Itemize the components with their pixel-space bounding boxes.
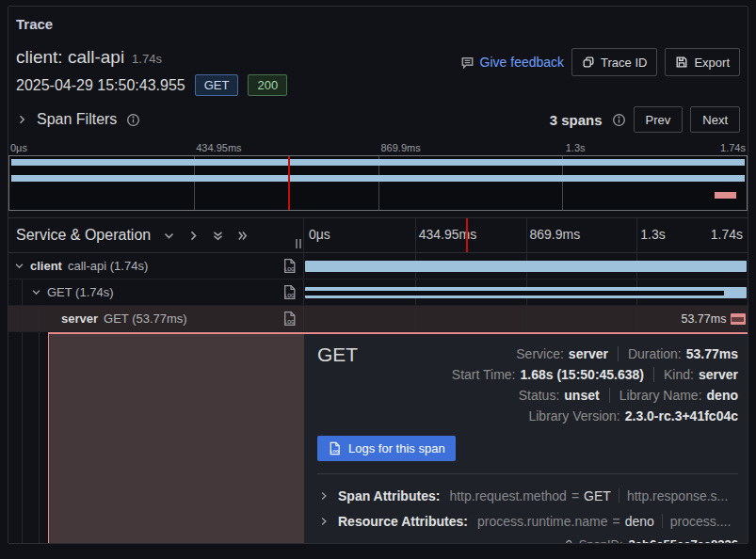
tick-label: 1.3s: [640, 227, 665, 242]
chevron-down-icon[interactable]: [31, 287, 41, 297]
tick-label: 869.9ms: [530, 227, 581, 242]
chevron-right-icon[interactable]: [187, 230, 200, 242]
save-icon: [675, 56, 688, 69]
minimap-span-bar-client: [11, 159, 744, 166]
meta-divider: [653, 367, 654, 382]
timeline-minimap: 0μs 434.95ms 869.9ms 1.3s 1.74s: [8, 139, 748, 217]
prev-span-button[interactable]: Prev: [634, 106, 684, 133]
span-row-get[interactable]: GET (1.74s) LOG: [8, 280, 748, 306]
trace-panel: Trace client: call-api 1.74s 2025-04-29 …: [8, 6, 748, 544]
info-icon[interactable]: [612, 113, 626, 127]
link-icon[interactable]: [560, 538, 573, 544]
svg-text:LOG: LOG: [284, 320, 295, 325]
span-service: client: [30, 259, 62, 273]
svg-text:LOG: LOG: [284, 294, 295, 298]
resource-attributes-toggle[interactable]: Resource Attributes: process.runtime.nam…: [317, 508, 738, 534]
double-chevron-down-icon[interactable]: [212, 230, 224, 242]
chevron-right-icon: [16, 114, 27, 125]
log-icon: LOG: [328, 441, 342, 455]
tick-label: 1.74s: [720, 142, 746, 153]
chevron-right-icon: [319, 514, 329, 529]
span-row-server[interactable]: server GET (53.77ms) LOG 53.77ms: [8, 306, 748, 332]
meta-label: Start Time:: [452, 367, 516, 382]
span-id-footer: SpanID: 2ab6c55cc7cc8236: [317, 537, 738, 543]
trace-header: Trace client: call-api 1.74s 2025-04-29 …: [8, 7, 748, 100]
span-filters-toggle[interactable]: Span Filters: [16, 111, 140, 128]
logs-for-span-button[interactable]: LOG Logs for this span: [317, 436, 456, 461]
meta-label: Kind:: [664, 367, 694, 382]
svg-text:LOG: LOG: [330, 449, 340, 454]
meta-divider: [609, 388, 610, 403]
span-bar-client[interactable]: [305, 261, 746, 272]
span-bar-get[interactable]: [305, 287, 746, 298]
log-icon[interactable]: LOG: [281, 284, 298, 300]
span-row-client[interactable]: client call-api (1.74s) LOG: [8, 253, 748, 280]
meta-value: server: [699, 367, 738, 382]
span-duration-label: 53.77ms: [681, 312, 726, 326]
span-filters-bar: Span Filters 3 spans Prev Next: [8, 100, 748, 139]
span-operation: GET (53.77ms): [104, 311, 187, 326]
tick-label: 0μs: [309, 227, 330, 242]
copy-icon: [582, 56, 595, 69]
selected-span-gutter: [8, 332, 304, 543]
meta-value: deno: [707, 388, 738, 403]
selected-span-highlight: [48, 332, 304, 543]
minimap-span-bar-get: [11, 175, 744, 182]
attr-divider: [662, 514, 663, 528]
next-span-button[interactable]: Next: [690, 106, 740, 133]
column-divider: [526, 306, 527, 331]
indent-guide: [39, 306, 40, 331]
meta-value: 2.3.0-rc.3+41fc04c: [625, 408, 738, 423]
span-filters-title: Span Filters: [37, 111, 117, 128]
span-bar-server[interactable]: [731, 313, 746, 325]
meta-label: Library Name:: [619, 388, 702, 403]
panel-title: Trace: [16, 16, 740, 32]
meta-divider: [618, 346, 619, 361]
trace-duration: 1.74s: [132, 52, 162, 68]
info-icon[interactable]: [126, 113, 140, 127]
log-icon[interactable]: LOG: [281, 258, 298, 274]
comment-icon: [460, 56, 475, 70]
span-service: server: [61, 311, 98, 326]
tick-label: 869.9ms: [381, 142, 421, 153]
column-resize-handle[interactable]: [296, 239, 301, 248]
span-attributes-toggle[interactable]: Span Attributes: http.request.method = G…: [317, 483, 738, 508]
meta-label: Duration:: [628, 346, 682, 361]
chevron-down-icon[interactable]: [14, 261, 24, 271]
span-id-value: 2ab6c55cc7cc8236: [629, 537, 738, 543]
tick-label: 1.74s: [711, 227, 743, 242]
span-detail-meta: Service: server Duration: 53.77ms Start …: [358, 343, 738, 426]
span-bar-self-time: [305, 291, 724, 295]
column-divider: [415, 306, 416, 331]
trace-name: client: call-api: [16, 47, 124, 68]
trace-id-button[interactable]: Trace ID: [571, 48, 657, 76]
selected-span-accent-border: [48, 332, 748, 334]
log-icon[interactable]: LOG: [281, 311, 298, 327]
meta-label: Service:: [516, 346, 564, 361]
chevron-right-icon: [319, 488, 329, 503]
attr-divider: [619, 488, 619, 503]
export-button[interactable]: Export: [665, 48, 740, 76]
meta-label: Library Version:: [528, 408, 619, 423]
trace-timestamp: 2025-04-29 15:50:43.955: [16, 77, 185, 94]
column-divider: [636, 218, 637, 252]
divider: [317, 473, 738, 474]
minimap-scrubber[interactable]: [8, 155, 748, 211]
timeline-cursor-line: [466, 218, 468, 252]
method-badge: GET: [195, 74, 239, 96]
tick-label: 1.3s: [566, 142, 586, 153]
column-divider: [636, 306, 637, 331]
minimap-cursor-line: [288, 156, 290, 210]
span-operation: call-api (1.74s): [68, 259, 148, 273]
minimap-span-bar-server: [715, 192, 736, 199]
double-chevron-right-icon[interactable]: [236, 230, 249, 242]
tick-label: 434.95ms: [196, 142, 241, 153]
minimap-ticks: 0μs 434.95ms 869.9ms 1.3s 1.74s: [8, 141, 748, 155]
span-detail-title: GET: [317, 343, 358, 426]
give-feedback-link[interactable]: Give feedback: [460, 55, 565, 70]
svg-text:LOG: LOG: [284, 267, 295, 272]
status-code-badge: 200: [248, 74, 287, 96]
meta-value: unset: [564, 388, 599, 403]
indent-guide: [39, 332, 40, 543]
chevron-down-icon[interactable]: [163, 230, 175, 242]
